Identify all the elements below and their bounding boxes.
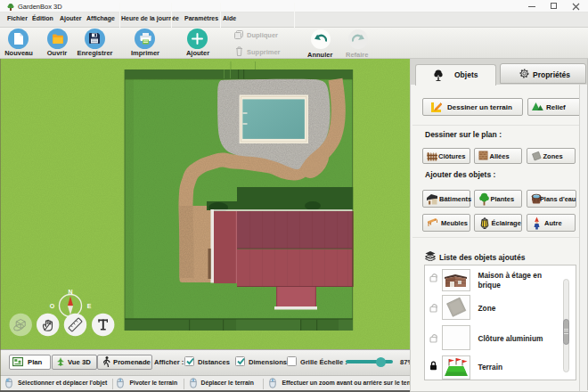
svg-text:N: N: [68, 289, 72, 295]
svg-text:E: E: [87, 303, 92, 309]
svg-text:O: O: [50, 303, 55, 309]
